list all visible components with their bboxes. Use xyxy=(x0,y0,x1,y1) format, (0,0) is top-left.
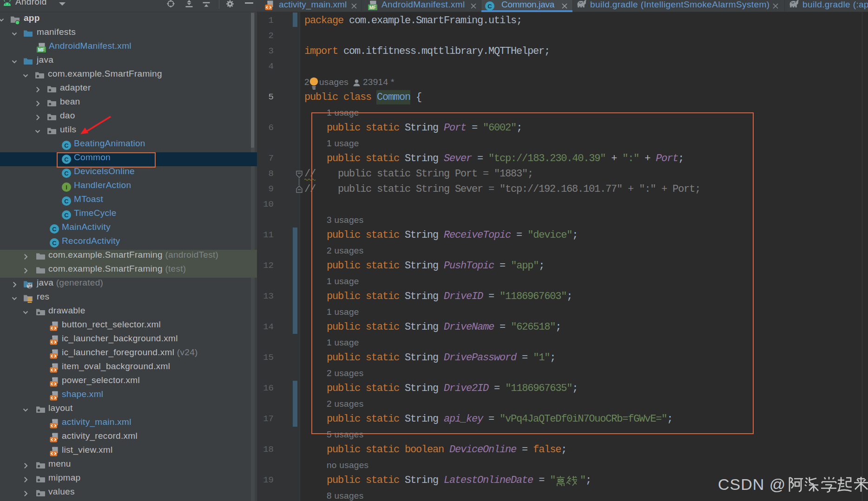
svg-text:C: C xyxy=(64,212,69,219)
svg-text:MF: MF xyxy=(38,47,45,52)
svg-text:C: C xyxy=(52,240,57,247)
svg-text:C: C xyxy=(64,198,69,205)
svg-text:C: C xyxy=(487,3,492,10)
svg-text:I: I xyxy=(66,184,67,191)
svg-text:C: C xyxy=(64,170,69,177)
svg-text:C: C xyxy=(64,142,69,149)
svg-text:C: C xyxy=(52,226,57,233)
svg-text:MF: MF xyxy=(369,5,376,10)
